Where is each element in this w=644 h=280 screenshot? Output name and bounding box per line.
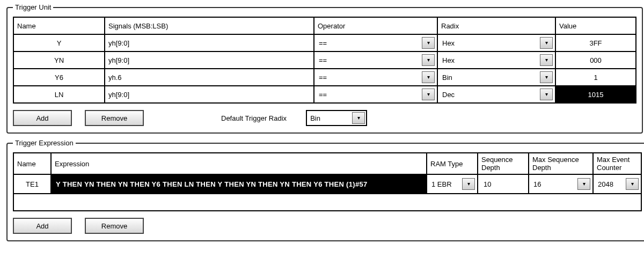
te-max-seq-depth-value: 16 [530,180,577,188]
tu-row: YN yh[9:0] == ▾ Hex ▾ 000 [13,51,636,69]
te-seq-depth-input[interactable]: 10 [478,174,529,194]
tu-row: Y6 yh.6 == ▾ Bin ▾ 1 [13,69,636,86]
chevron-down-icon[interactable]: ▾ [422,71,435,83]
tu-signals-cell[interactable]: yh[9:0] [105,34,314,51]
te-ram-type-value: 1 EBR [428,180,462,188]
tu-operator-select[interactable]: == ▾ [314,34,437,51]
tu-header-operator: Operator [314,17,437,34]
chevron-down-icon[interactable]: ▾ [462,178,475,190]
tu-operator-select[interactable]: == ▾ [314,69,437,86]
tu-row: Y yh[9:0] == ▾ Hex ▾ 3FF [13,34,636,51]
tu-add-button[interactable]: Add [13,110,72,126]
te-row: TE1 Y THEN YN THEN YN THEN Y6 THEN LN TH… [13,174,641,194]
te-empty-row [13,194,641,211]
te-max-event-counter-select[interactable]: 2048 ▾ [593,174,641,194]
tu-signals-cell[interactable]: yh[9:0] [105,51,314,69]
tu-operator-select[interactable]: == ▾ [314,86,437,103]
te-seq-depth-value: 10 [484,180,491,188]
tu-radix-value: Bin [439,73,540,82]
default-trigger-radix-value: Bin [307,114,352,122]
te-expression-cell[interactable]: Y THEN YN THEN YN THEN Y6 THEN LN THEN Y… [51,174,427,194]
chevron-down-icon[interactable]: ▾ [626,178,639,190]
default-trigger-radix-select[interactable]: Bin ▾ [306,110,367,126]
te-max-seq-depth-select[interactable]: 16 ▾ [529,174,593,194]
chevron-down-icon[interactable]: ▾ [422,54,435,66]
tu-signals-cell[interactable]: yh.6 [105,69,314,86]
tu-signals-cell[interactable]: yh[9:0] [105,86,314,103]
chevron-down-icon[interactable]: ▾ [577,178,590,190]
chevron-down-icon[interactable]: ▾ [540,89,553,100]
tu-value-cell[interactable]: 000 [555,51,636,69]
chevron-down-icon[interactable]: ▾ [352,112,365,124]
tu-name-cell[interactable]: LN [13,86,105,103]
tu-operator-value: == [316,73,422,82]
tu-operator-value: == [316,56,422,64]
tu-value-cell[interactable]: 3FF [555,34,636,51]
te-max-event-counter-value: 2048 [595,180,626,188]
te-name-cell[interactable]: TE1 [13,174,51,194]
chevron-down-icon[interactable]: ▾ [422,89,435,100]
te-remove-button[interactable]: Remove [85,218,144,234]
te-empty-area [13,194,641,211]
chevron-down-icon[interactable]: ▾ [540,54,553,66]
tu-operator-select[interactable]: == ▾ [314,51,437,69]
tu-radix-value: Hex [439,56,540,64]
tu-header-value: Value [555,17,636,34]
trigger-unit-legend: Trigger Unit [13,3,53,11]
chevron-down-icon[interactable]: ▾ [540,71,553,83]
default-trigger-radix-label: Default Trigger Radix [221,114,287,122]
tu-value-cell[interactable]: 1 [555,69,636,86]
chevron-down-icon[interactable]: ▾ [422,37,435,49]
te-header-seq-depth: Sequence Depth [478,153,529,174]
tu-operator-value: == [316,39,422,47]
tu-header-name: Name [13,17,105,34]
tu-value-cell[interactable]: 1015 [555,86,636,103]
tu-radix-value: Dec [439,91,540,99]
tu-name-cell[interactable]: YN [13,51,105,69]
trigger-unit-group: Trigger Unit Name Signals (MSB:LSB) Oper… [6,3,643,134]
tu-radix-select[interactable]: Dec ▾ [437,86,555,103]
tu-header-signals: Signals (MSB:LSB) [105,17,314,34]
trigger-expression-table: Name Expression RAM Type Sequence Depth … [13,152,642,211]
tu-header-radix: Radix [437,17,555,34]
chevron-down-icon[interactable]: ▾ [540,37,553,49]
tu-row: LN yh[9:0] == ▾ Dec ▾ 1015 [13,86,636,103]
tu-radix-select[interactable]: Hex ▾ [437,34,555,51]
tu-radix-value: Hex [439,39,540,47]
te-add-button[interactable]: Add [13,218,72,234]
trigger-expression-legend: Trigger Expression [13,139,76,147]
te-ram-type-select[interactable]: 1 EBR ▾ [427,174,478,194]
tu-name-cell[interactable]: Y6 [13,69,105,86]
te-header-max-event-counter: Max Event Counter [593,153,641,174]
te-header-name: Name [13,153,51,174]
tu-remove-button[interactable]: Remove [85,110,144,126]
trigger-unit-table: Name Signals (MSB:LSB) Operator Radix Va… [13,17,636,104]
tu-radix-select[interactable]: Hex ▾ [437,51,555,69]
trigger-expression-group: Trigger Expression Name Expression RAM T… [6,139,644,241]
te-header-max-seq-depth: Max Sequence Depth [529,153,593,174]
tu-name-cell[interactable]: Y [13,34,105,51]
te-header-expression: Expression [51,153,427,174]
tu-radix-select[interactable]: Bin ▾ [437,69,555,86]
te-header-ram-type: RAM Type [427,153,478,174]
tu-operator-value: == [316,91,422,99]
